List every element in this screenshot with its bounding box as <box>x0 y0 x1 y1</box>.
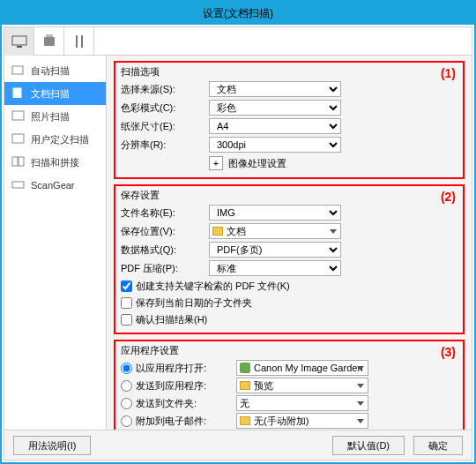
confirm-results-checkbox[interactable] <box>121 314 132 326</box>
sidebar-label: 照片扫描 <box>31 110 70 123</box>
color-select[interactable]: 彩色 <box>209 100 341 116</box>
open-app-radio[interactable] <box>121 363 132 374</box>
sidebar-item-custom[interactable]: 用户定义扫描 <box>4 128 106 151</box>
source-label: 选择来源(S): <box>121 83 209 96</box>
panel-number-1: (1) <box>441 66 456 80</box>
scangear-icon <box>11 179 26 191</box>
auto-icon <box>11 64 26 77</box>
open-app-label: 以应用程序打开: <box>136 362 233 375</box>
format-label: 数据格式(Q): <box>121 243 209 257</box>
svg-rect-4 <box>12 111 24 120</box>
footer: 用法说明(I) 默认值(D) 确定 <box>4 430 472 460</box>
sidebar-label: ScanGear <box>31 180 75 191</box>
paper-select[interactable]: A4 <box>209 118 341 134</box>
send-folder-radio[interactable] <box>121 398 132 409</box>
res-label: 分辨率(R): <box>121 138 209 152</box>
svg-rect-0 <box>12 36 26 45</box>
folder-icon <box>240 416 250 425</box>
app-settings-title: 应用程序设置 <box>121 344 457 357</box>
filename-select[interactable]: IMG <box>209 205 341 221</box>
imgproc-label: 图像处理设置 <box>228 157 286 170</box>
sidebar-label: 用户定义扫描 <box>31 133 89 146</box>
res-select[interactable]: 300dpi <box>209 137 341 153</box>
monitor-icon <box>11 35 27 48</box>
send-app-label: 发送到应用程序: <box>136 379 233 393</box>
main-area: (1) 扫描选项 选择来源(S):文档 色彩模式(C):彩色 纸张尺寸(E):A… <box>107 56 472 430</box>
app-settings-panel: (3) 应用程序设置 以应用程序打开:Canon My Image Garden… <box>114 340 465 430</box>
expand-imgproc-button[interactable]: + <box>209 156 223 170</box>
open-app-select[interactable]: Canon My Image Garden <box>236 360 368 376</box>
attach-email-label: 附加到电子邮件: <box>136 415 233 428</box>
send-folder-label: 发送到文件夹: <box>136 397 233 410</box>
svg-rect-1 <box>17 46 22 48</box>
keyword-pdf-label: 创建支持关键字检索的 PDF 文件(K) <box>136 280 290 293</box>
settings-tab[interactable] <box>64 27 94 56</box>
panel-number-3: (3) <box>441 345 456 359</box>
stitch-icon <box>11 156 26 168</box>
compression-label: PDF 压缩(P): <box>121 262 209 275</box>
monitor-tab[interactable] <box>4 27 34 56</box>
custom-icon <box>11 133 26 146</box>
format-select[interactable]: PDF(多页) <box>209 242 341 258</box>
top-toolbar <box>4 27 472 56</box>
ok-button[interactable]: 确定 <box>413 436 463 455</box>
defaults-button[interactable]: 默认值(D) <box>332 436 405 455</box>
sidebar-label: 文档扫描 <box>31 87 70 101</box>
sliders-icon <box>73 35 86 48</box>
save-settings-panel: (2) 保存设置 文件名称(E):IMG 保存位置(V):文档 数据格式(Q):… <box>114 184 465 334</box>
sidebar-item-scangear[interactable]: ScanGear <box>4 174 106 197</box>
confirm-results-label: 确认扫描结果(H) <box>136 313 207 326</box>
sidebar-label: 扫描和拼接 <box>31 156 79 169</box>
svg-rect-5 <box>12 134 24 143</box>
source-select[interactable]: 文档 <box>209 81 341 97</box>
keyword-pdf-checkbox[interactable] <box>121 281 132 292</box>
send-app-select[interactable]: 预览 <box>236 378 368 393</box>
printer-icon <box>44 37 55 46</box>
svg-rect-6 <box>12 157 18 166</box>
sidebar-item-doc[interactable]: 文档扫描 <box>4 82 106 105</box>
printer-tab[interactable] <box>34 27 64 56</box>
sidebar-item-stitch[interactable]: 扫描和拼接 <box>4 151 106 174</box>
compression-select[interactable]: 标准 <box>209 260 341 276</box>
sidebar-label: 自动扫描 <box>31 64 70 78</box>
date-subfolder-checkbox[interactable] <box>121 297 132 309</box>
folder-icon <box>212 227 223 236</box>
color-label: 色彩模式(C): <box>121 101 209 115</box>
doc-icon <box>11 87 26 100</box>
scan-options-panel: (1) 扫描选项 选择来源(S):文档 色彩模式(C):彩色 纸张尺寸(E):A… <box>114 61 465 179</box>
date-subfolder-label: 保存到当前日期的子文件夹 <box>136 296 252 310</box>
send-app-radio[interactable] <box>121 380 132 392</box>
photo-icon <box>11 110 26 123</box>
save-settings-title: 保存设置 <box>121 189 457 202</box>
location-label: 保存位置(V): <box>121 225 209 238</box>
attach-email-radio[interactable] <box>121 415 132 427</box>
svg-rect-2 <box>12 66 23 74</box>
scan-options-title: 扫描选项 <box>121 65 457 79</box>
help-button[interactable]: 用法说明(I) <box>13 436 91 455</box>
svg-rect-8 <box>12 182 24 188</box>
attach-email-select[interactable]: 无(手动附加) <box>236 413 368 429</box>
app-icon <box>240 363 250 373</box>
window-title: 设置(文档扫描) <box>2 2 474 25</box>
sidebar: 自动扫描 文档扫描 照片扫描 用户定义扫描 扫描和拼接 ScanGear <box>4 56 107 430</box>
svg-rect-7 <box>19 157 24 166</box>
sidebar-item-photo[interactable]: 照片扫描 <box>4 105 106 128</box>
folder-icon <box>240 381 250 390</box>
filename-label: 文件名称(E): <box>121 206 209 220</box>
panel-number-2: (2) <box>441 190 456 204</box>
location-select[interactable]: 文档 <box>209 223 341 239</box>
sidebar-item-auto[interactable]: 自动扫描 <box>4 59 106 82</box>
svg-rect-3 <box>13 88 21 98</box>
paper-label: 纸张尺寸(E): <box>121 120 209 133</box>
send-folder-select[interactable]: 无 <box>236 395 368 411</box>
